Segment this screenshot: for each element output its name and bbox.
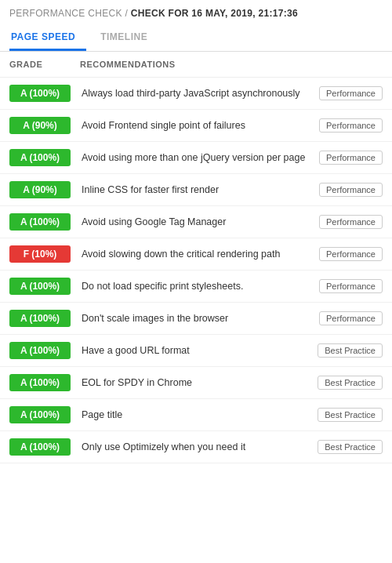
grade-badge: A (100%)	[9, 278, 71, 295]
grade-badge: F (10%)	[9, 245, 71, 263]
table-row: A (100%) Don't scale images in the brows…	[0, 303, 392, 335]
rec-text: Page title	[82, 409, 313, 420]
category-badge: Performance	[319, 118, 383, 133]
rec-text: Only use Optimizely when you need it	[82, 441, 313, 452]
category-badge: Performance	[319, 86, 383, 100]
grade-badge: A (90%)	[9, 117, 71, 134]
category-badge: Best Practice	[318, 343, 383, 358]
rec-text: Avoid slowing down the critical renderin…	[82, 249, 314, 260]
grade-badge: A (100%)	[9, 374, 71, 391]
table-row: F (10%) Avoid slowing down the critical …	[0, 238, 392, 271]
table-row: A (100%) Only use Optimizely when you ne…	[0, 431, 392, 463]
tabs-container: PAGE SPEED TIMELINE	[0, 24, 392, 52]
table-row: A (90%) Avoid Frontend single point of f…	[0, 110, 392, 142]
table-row: A (100%) Have a good URL format Best Pra…	[0, 335, 392, 367]
rec-text: Avoid using Google Tag Manager	[82, 216, 314, 227]
tab-timeline[interactable]: TIMELINE	[99, 24, 158, 51]
category-badge: Performance	[319, 151, 383, 165]
table-row: A (100%) Do not load specific print styl…	[0, 271, 392, 303]
table-header: GRADE RECOMMENDATIONS	[0, 52, 392, 78]
category-badge: Performance	[319, 215, 383, 229]
table-row: A (100%) EOL for SPDY in Chrome Best Pra…	[0, 367, 392, 399]
table-row: A (100%) Avoid using Google Tag Manager …	[0, 206, 392, 238]
header: PERFORMANCE CHECK / CHECK FOR 16 MAY, 20…	[0, 0, 392, 24]
rec-text: EOL for SPDY in Chrome	[82, 377, 313, 388]
rec-text: Have a good URL format	[82, 345, 313, 356]
table-row: A (90%) Inline CSS for faster first rend…	[0, 174, 392, 206]
category-badge: Performance	[319, 183, 383, 197]
grade-badge: A (90%)	[9, 181, 71, 198]
table-row: A (100%) Always load third-party JavaScr…	[0, 78, 392, 110]
rec-area: Avoid using more than one jQuery version…	[71, 151, 383, 165]
col-rec-header: RECOMMENDATIONS	[80, 60, 176, 69]
category-badge: Performance	[319, 311, 383, 325]
breadcrumb: PERFORMANCE CHECK /	[9, 8, 128, 19]
rec-area: Avoid using Google Tag Manager Performan…	[71, 215, 383, 229]
rec-area: Have a good URL format Best Practice	[71, 343, 383, 358]
grade-badge: A (100%)	[9, 149, 71, 166]
table-row: A (100%) Avoid using more than one jQuer…	[0, 142, 392, 174]
rec-area: Do not load specific print stylesheets. …	[71, 279, 383, 293]
rows-container: A (100%) Always load third-party JavaScr…	[0, 78, 392, 463]
grade-badge: A (100%)	[9, 406, 71, 423]
rec-area: Don't scale images in the browser Perfor…	[71, 311, 383, 325]
rec-text: Inline CSS for faster first render	[82, 184, 314, 195]
grade-badge: A (100%)	[9, 213, 71, 231]
rec-area: EOL for SPDY in Chrome Best Practice	[71, 376, 383, 390]
category-badge: Performance	[319, 247, 383, 261]
category-badge: Best Practice	[318, 376, 383, 390]
page-title: CHECK FOR 16 MAY, 2019, 21:17:36	[131, 8, 298, 19]
grade-badge: A (100%)	[9, 342, 71, 359]
category-badge: Best Practice	[318, 440, 383, 454]
col-grade-header: GRADE	[9, 60, 80, 69]
tab-page-speed[interactable]: PAGE SPEED	[9, 24, 86, 51]
rec-text: Don't scale images in the browser	[82, 313, 314, 324]
rec-text: Avoid using more than one jQuery version…	[82, 152, 314, 163]
rec-area: Only use Optimizely when you need it Bes…	[71, 440, 383, 454]
grade-badge: A (100%)	[9, 85, 71, 102]
rec-text: Always load third-party JavaScript async…	[82, 88, 314, 99]
grade-badge: A (100%)	[9, 438, 71, 456]
rec-area: Page title Best Practice	[71, 408, 383, 422]
category-badge: Best Practice	[318, 408, 383, 422]
grade-badge: A (100%)	[9, 310, 71, 327]
rec-area: Always load third-party JavaScript async…	[71, 86, 383, 100]
table-row: A (100%) Page title Best Practice	[0, 399, 392, 431]
rec-text: Do not load specific print stylesheets.	[82, 281, 314, 292]
rec-text: Avoid Frontend single point of failures	[82, 120, 314, 131]
rec-area: Avoid slowing down the critical renderin…	[71, 247, 383, 261]
category-badge: Performance	[319, 279, 383, 293]
rec-area: Avoid Frontend single point of failures …	[71, 118, 383, 133]
rec-area: Inline CSS for faster first render Perfo…	[71, 183, 383, 197]
